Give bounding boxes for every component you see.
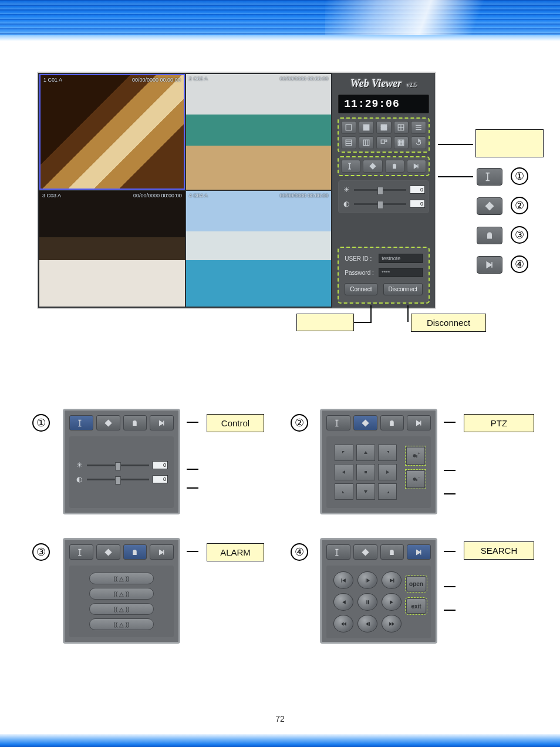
brightness-slider[interactable] xyxy=(354,189,406,191)
legend-icon-search xyxy=(477,256,502,274)
layout-16-button[interactable] xyxy=(394,136,409,149)
panel-4-tab-ptz[interactable] xyxy=(353,544,377,560)
connect-button[interactable]: Connect xyxy=(345,283,377,295)
alarm-item-1[interactable]: (( △ )) xyxy=(89,573,154,584)
svg-text:−: − xyxy=(418,475,420,479)
legend-num-1: ① xyxy=(511,167,528,185)
svg-rect-76 xyxy=(366,600,367,604)
ptz-down[interactable] xyxy=(356,483,375,500)
svg-marker-80 xyxy=(343,622,346,626)
play-last[interactable] xyxy=(382,571,402,589)
leader-line xyxy=(370,305,372,322)
play-pause[interactable] xyxy=(357,593,377,611)
panel-3-tab-alarm[interactable] xyxy=(123,544,147,560)
playback-open[interactable]: open xyxy=(406,576,426,591)
user-id-field[interactable]: testnote xyxy=(379,254,423,263)
layout-6b-button[interactable] xyxy=(359,136,374,149)
tab-control-button[interactable] xyxy=(341,160,360,173)
panel-3-tab-search[interactable] xyxy=(150,544,174,560)
ptz-zoom-out[interactable]: − xyxy=(406,470,425,488)
ptz-direction-grid xyxy=(335,445,397,500)
panel-1-tab-control[interactable] xyxy=(69,415,93,430)
layout-2x2-button[interactable] xyxy=(359,121,374,134)
ptz-down-right[interactable] xyxy=(378,483,397,500)
layout-6a-button[interactable] xyxy=(341,136,356,149)
ptz-right[interactable] xyxy=(378,464,397,480)
svg-marker-42 xyxy=(105,420,111,426)
alarm-item-3[interactable]: (( △ )) xyxy=(89,603,154,615)
panel-1-tab-ptz[interactable] xyxy=(96,415,120,430)
panel-4-tab-control[interactable] xyxy=(326,544,350,560)
play-first[interactable] xyxy=(333,571,353,589)
viewer-clock: 11:29:06 xyxy=(338,95,429,113)
legend-icon-ptz xyxy=(477,197,502,215)
layout-4x4-button[interactable] xyxy=(394,121,409,134)
panel-1-tab-search[interactable] xyxy=(150,415,174,430)
svg-rect-26 xyxy=(381,140,384,143)
leader-tick xyxy=(444,470,456,471)
ptz-stop[interactable] xyxy=(356,464,375,480)
panel-2-tab-control[interactable] xyxy=(326,415,350,430)
alarm-item-4[interactable]: (( △ )) xyxy=(89,618,154,630)
panel-1-brightness-slider[interactable] xyxy=(87,465,149,466)
playback-exit[interactable]: exit xyxy=(406,598,426,614)
login-box: USER ID : testnote Password : **** Conne… xyxy=(338,247,429,303)
camera-feed-4[interactable]: 4 C04 A 00/00/0000 00:00:00 xyxy=(186,191,332,307)
layout-8-button[interactable] xyxy=(376,136,392,149)
panel-alarm: (( △ )) (( △ )) (( △ )) (( △ )) xyxy=(63,538,180,644)
svg-marker-45 xyxy=(362,420,368,426)
panel-1-body: ☀0 ◐0 xyxy=(69,436,174,508)
ptz-left[interactable] xyxy=(335,464,353,480)
panel-4-tab-alarm[interactable] xyxy=(380,544,404,560)
leader-tick xyxy=(444,586,456,587)
layout-1x1-button[interactable] xyxy=(341,121,356,134)
play-fast-rew[interactable] xyxy=(333,615,353,632)
layout-list-button[interactable] xyxy=(411,121,426,134)
leader-tick xyxy=(444,493,456,494)
ptz-zoom-column: + − xyxy=(406,447,425,488)
feed-4-osd-right: 00/00/0000 00:00:00 xyxy=(280,193,329,198)
camera-feed-3[interactable]: 3 C03 A 00/00/0000 00:00:00 xyxy=(39,191,185,307)
camera-feed-2[interactable]: 2 C02 A 00/00/0000 00:00:00 xyxy=(186,74,332,190)
disconnect-button[interactable]: Disconnect xyxy=(383,283,423,295)
callout-control: Control xyxy=(207,414,264,432)
ptz-up-right[interactable] xyxy=(378,445,397,461)
panel-1-contrast-slider[interactable] xyxy=(87,479,149,480)
panel-4-num: ④ xyxy=(291,543,308,561)
svg-rect-5 xyxy=(381,124,383,126)
ptz-zoom-in[interactable]: + xyxy=(406,447,425,465)
play-fwd[interactable] xyxy=(382,593,402,611)
camera-feed-1[interactable]: 1 C01 A 00/00/0000 00:00:00 xyxy=(39,74,185,190)
panel-3-tab-control[interactable] xyxy=(69,544,93,560)
login-buttons: Connect Disconnect xyxy=(345,283,423,295)
viewer-title-text: Web Viewer xyxy=(350,78,402,89)
panel-3-body: (( △ )) (( △ )) (( △ )) (( △ )) xyxy=(69,566,174,637)
brightness-icon: ☀ xyxy=(342,186,350,194)
tab-search-button[interactable] xyxy=(407,160,426,173)
panel-3-tab-ptz[interactable] xyxy=(96,544,120,560)
svg-marker-37 xyxy=(414,164,418,168)
play-fast-fwd[interactable] xyxy=(382,615,402,632)
layout-sequence-button[interactable] xyxy=(411,136,426,149)
tab-alarm-button[interactable] xyxy=(385,160,404,173)
panel-2-tab-alarm[interactable] xyxy=(380,415,404,430)
ptz-down-left[interactable] xyxy=(335,483,353,500)
leader-line xyxy=(438,176,473,177)
alarm-item-2[interactable]: (( △ )) xyxy=(89,588,154,600)
password-field[interactable]: **** xyxy=(379,268,423,277)
panel-4-tab-search[interactable] xyxy=(407,544,431,560)
play-step-fwd[interactable] xyxy=(357,571,377,589)
svg-marker-55 xyxy=(364,490,367,493)
brightness-value: 0 xyxy=(410,186,425,194)
panel-3-num: ③ xyxy=(32,543,50,561)
ptz-up[interactable] xyxy=(356,445,375,461)
contrast-slider[interactable] xyxy=(354,203,406,205)
play-step-back[interactable] xyxy=(357,615,377,632)
panel-2-tab-search[interactable] xyxy=(407,415,431,430)
ptz-up-left[interactable] xyxy=(335,445,353,461)
panel-2-tab-ptz[interactable] xyxy=(353,415,377,430)
play-rew[interactable] xyxy=(333,593,353,611)
layout-3x3-button[interactable] xyxy=(376,121,392,134)
tab-ptz-button[interactable] xyxy=(363,160,382,173)
panel-1-tab-alarm[interactable] xyxy=(123,415,147,430)
